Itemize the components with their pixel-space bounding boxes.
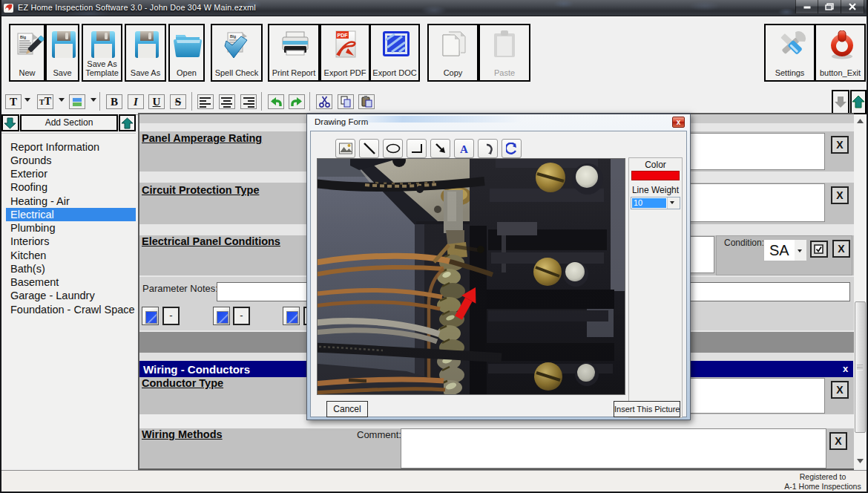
svg-text:PDF: PDF (338, 33, 349, 38)
svg-text:Blg: Blg (20, 35, 26, 39)
svg-text:A: A (460, 143, 468, 154)
svg-text:Blg: Blg (230, 34, 236, 39)
